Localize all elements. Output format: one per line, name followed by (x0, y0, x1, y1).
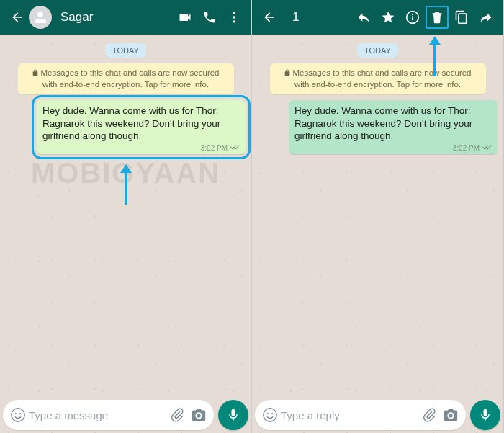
svg-point-10 (267, 413, 269, 414)
input-bar (252, 400, 503, 430)
message-text: Hey dude. Wanna come with us for Thor: R… (294, 105, 472, 141)
info-icon[interactable] (401, 6, 424, 29)
mic-button[interactable] (470, 400, 500, 430)
svg-point-1 (233, 16, 235, 18)
encryption-text: Messages to this chat and calls are now … (40, 68, 219, 89)
message-row[interactable]: Hey dude. Wanna come with us for Thor: R… (258, 100, 498, 154)
back-icon[interactable] (258, 6, 281, 29)
message-meta: 3:02 PM (201, 143, 240, 153)
message-bubble[interactable]: Hey dude. Wanna come with us for Thor: R… (37, 100, 246, 154)
annotation-arrow (120, 164, 132, 207)
avatar[interactable] (29, 6, 52, 29)
svg-point-3 (12, 409, 24, 421)
back-icon[interactable] (6, 6, 29, 29)
camera-icon[interactable] (188, 404, 210, 426)
message-meta: 3:02 PM (453, 143, 492, 153)
video-call-icon[interactable] (174, 6, 197, 29)
svg-point-5 (19, 413, 21, 414)
message-time: 3:02 PM (453, 143, 480, 153)
lock-icon (284, 68, 291, 76)
header-actions (174, 6, 246, 29)
chat-area: MOBIGYAAN TODAY Messages to this chat an… (0, 35, 251, 433)
message-time: 3:02 PM (201, 143, 228, 153)
message-input[interactable] (29, 409, 166, 421)
svg-rect-7 (412, 16, 413, 20)
emoji-icon[interactable] (259, 404, 281, 426)
copy-icon[interactable] (450, 6, 473, 29)
message-input-box (255, 400, 466, 430)
svg-point-0 (233, 12, 235, 14)
forward-icon[interactable] (474, 6, 498, 29)
contact-name[interactable]: Sagar (60, 10, 171, 24)
attach-icon[interactable] (418, 404, 440, 426)
lock-icon (32, 68, 39, 76)
emoji-icon[interactable] (7, 404, 29, 426)
date-chip: TODAY (105, 43, 146, 58)
selection-count: 1 (292, 10, 349, 24)
message-bubble[interactable]: Hey dude. Wanna come with us for Thor: R… (289, 100, 498, 154)
selection-actions (352, 6, 498, 29)
camera-icon[interactable] (440, 404, 462, 426)
mic-button[interactable] (218, 400, 248, 430)
chat-header: Sagar (0, 0, 251, 35)
reply-icon[interactable] (352, 6, 375, 29)
message-input-box (3, 400, 214, 430)
encryption-notice[interactable]: Messages to this chat and calls are now … (18, 63, 234, 94)
read-receipt-icon (230, 143, 240, 153)
input-bar (0, 400, 251, 430)
message-text: Hey dude. Wanna come with us for Thor: R… (42, 105, 220, 141)
svg-point-11 (271, 413, 273, 414)
date-chip: TODAY (357, 43, 398, 58)
voice-call-icon[interactable] (198, 6, 221, 29)
encryption-text: Messages to this chat and calls are now … (292, 68, 471, 89)
screenshot-right: 1 TODAY (252, 0, 504, 433)
star-icon[interactable] (377, 6, 400, 29)
overflow-menu-icon[interactable] (222, 6, 246, 29)
svg-point-4 (15, 413, 17, 414)
chat-area: TODAY Messages to this chat and calls ar… (252, 35, 503, 433)
annotation-arrow (428, 36, 441, 79)
screenshot-left: Sagar MOBIGYAAN TODAY Messages to this c… (0, 0, 252, 433)
encryption-notice[interactable]: Messages to this chat and calls are now … (270, 63, 486, 94)
svg-point-8 (412, 14, 413, 15)
attach-icon[interactable] (166, 404, 188, 426)
svg-point-9 (264, 409, 276, 421)
message-row[interactable]: Hey dude. Wanna come with us for Thor: R… (6, 100, 246, 154)
delete-icon[interactable] (426, 6, 449, 29)
message-input[interactable] (281, 409, 418, 421)
svg-point-2 (233, 20, 235, 22)
read-receipt-icon (482, 143, 492, 153)
selection-header: 1 (252, 0, 503, 35)
